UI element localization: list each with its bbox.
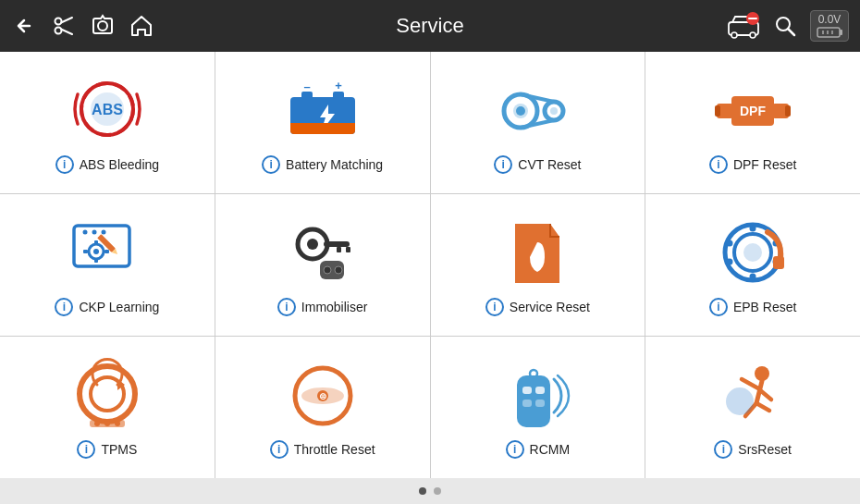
grid-item-cvt-reset[interactable]: i CVT Reset: [431, 52, 645, 193]
rcmm-label: RCMM: [530, 442, 571, 457]
dpf-reset-icon: DPF: [716, 74, 790, 148]
grid-item-battery-matching[interactable]: – + i Battery Matching: [215, 52, 430, 193]
svg-point-66: [727, 240, 733, 246]
voltage-value: 0.0V: [818, 13, 842, 26]
back-button[interactable]: [11, 13, 37, 39]
grid-item-dpf-reset[interactable]: DPF i DPF Reset: [645, 52, 860, 193]
svg-rect-57: [346, 247, 350, 252]
service-reset-label-row: i Service Reset: [485, 298, 590, 316]
grid-item-ckp-learning[interactable]: i CKP Learning: [0, 194, 215, 336]
abs-bleeding-icon: ABS: [70, 74, 144, 148]
tpms-info-btn[interactable]: i: [77, 440, 95, 459]
svg-point-71: [80, 366, 135, 422]
svg-rect-47: [94, 240, 98, 245]
ckp-learning-icon: [70, 216, 144, 290]
svg-point-77: [115, 421, 120, 426]
svg-text:DPF: DPF: [740, 104, 766, 118]
grid-item-epb-reset[interactable]: i EPB Reset: [645, 194, 860, 336]
svg-point-46: [93, 249, 99, 254]
ckp-learning-label-row: i CKP Learning: [55, 298, 159, 316]
throttle-reset-info-btn[interactable]: i: [270, 440, 289, 459]
ckp-learning-info-btn[interactable]: i: [55, 298, 73, 316]
immobiliser-label-row: i Immobiliser: [277, 298, 368, 316]
dpf-reset-label: DPF Reset: [733, 157, 796, 172]
grid-item-throttle-reset[interactable]: ⊜ i Throttle Reset: [215, 337, 430, 478]
car-disconnect-icon[interactable]: [727, 13, 760, 39]
svg-point-31: [550, 107, 558, 115]
abs-bleeding-info-btn[interactable]: i: [55, 155, 74, 174]
grid-item-service-reset[interactable]: i Service Reset: [431, 194, 645, 336]
svg-rect-86: [522, 400, 532, 407]
svg-rect-84: [522, 387, 532, 394]
cvt-reset-info-btn[interactable]: i: [494, 155, 512, 174]
svg-point-34: [516, 106, 525, 116]
header-nav-right: 0.0V: [645, 10, 849, 42]
epb-reset-info-btn[interactable]: i: [709, 298, 728, 316]
svg-line-2: [61, 18, 72, 23]
svg-line-3: [61, 30, 72, 35]
epb-reset-label-row: i EPB Reset: [709, 298, 796, 316]
svg-point-59: [324, 266, 331, 274]
page-indicator: [0, 478, 860, 504]
svg-line-92: [760, 390, 771, 400]
ckp-learning-label: CKP Learning: [79, 300, 159, 314]
immobiliser-info-btn[interactable]: i: [277, 298, 296, 316]
srs-reset-info-btn[interactable]: i: [714, 440, 732, 459]
page-dot-2[interactable]: [434, 487, 441, 495]
svg-point-76: [104, 421, 110, 426]
svg-point-42: [82, 229, 87, 234]
svg-point-63: [743, 243, 762, 262]
battery-matching-info-btn[interactable]: i: [262, 155, 280, 174]
service-reset-info-btn[interactable]: i: [485, 298, 504, 316]
grid-item-srs-reset[interactable]: i SrsReset: [645, 337, 860, 478]
home-button[interactable]: [129, 14, 154, 38]
cvt-reset-icon: [500, 74, 574, 148]
dpf-reset-label-row: i DPF Reset: [709, 155, 796, 174]
grid-item-rcmm[interactable]: i RCMM: [431, 337, 645, 478]
svg-rect-48: [94, 258, 98, 263]
camera-icon[interactable]: [91, 14, 115, 38]
svg-point-1: [55, 28, 62, 34]
throttle-reset-label-row: i Throttle Reset: [270, 440, 375, 459]
service-grid: ABS i ABS Bleeding – +: [0, 52, 860, 478]
voltage-display: 0.0V: [810, 10, 849, 42]
svg-point-60: [335, 266, 342, 274]
epb-reset-icon: [716, 216, 790, 290]
svg-rect-87: [535, 400, 545, 407]
abs-bleeding-label: ABS Bleeding: [80, 157, 159, 172]
svg-point-88: [530, 370, 537, 377]
svg-rect-56: [337, 247, 341, 252]
scissors-icon[interactable]: [52, 14, 76, 38]
immobiliser-icon: [286, 216, 360, 290]
svg-point-95: [727, 388, 753, 414]
svg-rect-83: [517, 375, 550, 427]
svg-line-33: [521, 120, 554, 128]
dpf-reset-info-btn[interactable]: i: [709, 155, 728, 174]
app-header: Service 0.0V: [0, 0, 860, 52]
search-button[interactable]: [773, 14, 797, 38]
grid-item-immobiliser[interactable]: i Immobiliser: [215, 194, 430, 336]
battery-matching-label-row: i Battery Matching: [262, 155, 383, 174]
throttle-reset-icon: ⊜: [286, 359, 360, 433]
svg-point-7: [750, 32, 756, 38]
svg-rect-12: [817, 28, 840, 37]
abs-bleeding-label-row: i ABS Bleeding: [55, 155, 159, 174]
svg-text:ABS: ABS: [92, 102, 123, 117]
page-dot-1[interactable]: [419, 487, 426, 495]
svg-rect-40: [785, 105, 791, 117]
svg-point-6: [731, 32, 737, 38]
svg-point-0: [55, 18, 62, 25]
svg-line-11: [788, 29, 794, 35]
grid-item-tpms[interactable]: i TPMS: [0, 337, 215, 478]
grid-item-abs-bleeding[interactable]: ABS i ABS Bleeding: [0, 52, 215, 193]
svg-rect-23: [333, 92, 344, 99]
svg-rect-50: [104, 250, 109, 253]
svg-rect-85: [535, 387, 545, 394]
svg-point-75: [94, 421, 100, 426]
svg-point-44: [101, 229, 105, 234]
srs-reset-label-row: i SrsReset: [714, 440, 792, 459]
epb-reset-label: EPB Reset: [733, 300, 796, 314]
svg-rect-70: [773, 256, 784, 269]
rcmm-info-btn[interactable]: i: [506, 440, 524, 459]
svg-rect-39: [715, 105, 720, 117]
